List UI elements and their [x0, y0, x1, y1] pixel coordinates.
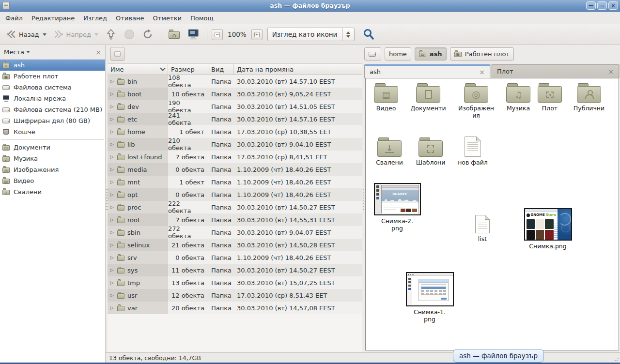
tab-close-icon[interactable]: ×: [479, 68, 485, 76]
sidebar-item-Локална мрежа[interactable]: Локална мрежа: [0, 93, 105, 104]
table-row-sys[interactable]: ▷sys11 обектаПапка30.03.2010 (вт) 14,50,…: [108, 264, 362, 276]
column-header-Име[interactable]: Име: [108, 64, 168, 75]
column-header-Дата на промяна[interactable]: Дата на промяна: [234, 64, 362, 75]
menu-Файл[interactable]: Файл: [1, 13, 27, 23]
expander-icon[interactable]: ▷: [110, 255, 115, 260]
file-name-cell[interactable]: ▷usr: [108, 289, 168, 302]
sidebar-item-Кошче[interactable]: Кошче: [0, 126, 105, 137]
table-row-tmp[interactable]: ▷tmp13 обектаПапка30.03.2010 (вт) 15,07,…: [108, 276, 362, 289]
stop-button[interactable]: [121, 27, 138, 42]
table-row-opt[interactable]: ▷opt0 обектаПапка1.10.2009 (чт) 18,40,26…: [108, 188, 362, 201]
icon-item-Публични[interactable]: Публични: [566, 83, 612, 112]
back-history-caret-icon[interactable]: [43, 33, 46, 36]
table-row-var[interactable]: ▷var20 обектаПапка30.03.2010 (вт) 14,57,…: [108, 302, 362, 314]
file-name-cell[interactable]: ▷root: [108, 213, 168, 226]
tab-close-icon[interactable]: ×: [608, 68, 614, 76]
sidebar-item-Свалени[interactable]: ↓Свалени: [0, 186, 105, 197]
home-button[interactable]: ⌂: [166, 28, 183, 41]
table-row-dev[interactable]: ▷dev190 обектаПапка30.03.2010 (вт) 14,51…: [108, 100, 362, 113]
reload-button[interactable]: [139, 27, 156, 42]
icon-item-Видео[interactable]: ▤Видео: [371, 83, 402, 112]
computer-button[interactable]: [184, 27, 202, 42]
file-name-cell[interactable]: ▷etc: [108, 113, 168, 125]
expander-icon[interactable]: ▷: [110, 305, 115, 310]
pathbar-button-Работен плот[interactable]: ▣Работен плот: [450, 47, 514, 61]
expander-icon[interactable]: ▷: [110, 117, 115, 121]
places-dropdown-icon[interactable]: [26, 51, 30, 53]
table-row-lost+found[interactable]: ▷lost+found? обектаПапка17.03.2010 (ср) …: [108, 151, 362, 163]
zoom-in-button[interactable]: +: [251, 29, 263, 40]
file-name-cell[interactable]: ▷lost+found: [108, 151, 168, 163]
menu-Отиване[interactable]: Отиване: [111, 13, 148, 23]
view-mode-spinner-icon[interactable]: [342, 28, 354, 41]
sidebar-item-Музика[interactable]: ♪Музика: [0, 153, 105, 164]
expander-icon[interactable]: ▷: [110, 79, 115, 84]
expander-icon[interactable]: ▷: [110, 192, 115, 197]
icon-item-Свалени[interactable]: ↓Свалени: [373, 137, 405, 166]
file-name-cell[interactable]: ▷bin: [108, 75, 168, 88]
expander-icon[interactable]: ▷: [110, 280, 115, 285]
icon-item-Снимка.png[interactable]: GNOMEStoreСнимка.png: [521, 208, 575, 250]
sidebar-item-Шифриран дял (80 GB)[interactable]: Шифриран дял (80 GB): [0, 115, 105, 126]
file-name-cell[interactable]: ▷selinux: [108, 239, 168, 251]
file-name-cell[interactable]: ▷mnt: [108, 176, 168, 188]
file-name-cell[interactable]: ▷tmp: [108, 276, 168, 289]
expander-icon[interactable]: ▷: [110, 293, 115, 298]
table-row-sbin[interactable]: ▷sbin272 обектаПапка30.03.2010 (вт) 9,04…: [108, 226, 362, 239]
tab-Плот[interactable]: Плот×: [492, 64, 619, 78]
forward-button[interactable]: Напред: [50, 27, 101, 42]
pathbar-button-home[interactable]: home: [385, 47, 411, 61]
file-name-cell[interactable]: ▷media: [108, 163, 168, 176]
icon-item-Музика[interactable]: ♫Музика: [502, 83, 534, 112]
expander-icon[interactable]: ▷: [110, 268, 115, 273]
expander-icon[interactable]: ▷: [110, 230, 115, 235]
menu-Отметки[interactable]: Отметки: [148, 13, 186, 23]
expander-icon[interactable]: ▷: [110, 104, 115, 109]
expander-icon[interactable]: ▷: [110, 142, 115, 147]
table-row-bin[interactable]: ▷bin108 обектаПапка30.03.2010 (вт) 14,57…: [108, 75, 362, 88]
menu-Изглед[interactable]: Изглед: [79, 13, 111, 23]
file-name-cell[interactable]: ▷opt: [108, 188, 168, 201]
maximize-button[interactable]: ▫: [597, 1, 607, 10]
file-name-cell[interactable]: ▷sys: [108, 264, 168, 276]
icon-item-Снимка-2.png[interactable]: GUADECСнимка-2. png: [372, 183, 422, 232]
table-row-root[interactable]: ▷root? обектаПапка30.03.2010 (вт) 14,55,…: [108, 213, 362, 226]
file-name-cell[interactable]: ▷srv: [108, 251, 168, 264]
icon-item-Изображения[interactable]: ◎Изображен ия: [454, 83, 498, 119]
icon-item-Снимка-1.png[interactable]: Снимка-1. png: [403, 272, 456, 323]
expander-icon[interactable]: ▷: [110, 243, 115, 247]
sidebar-item-Файлова система[interactable]: Файлова система: [0, 82, 105, 93]
expander-icon[interactable]: ▷: [110, 129, 115, 134]
table-row-proc[interactable]: ▷proc222 обектаПапка30.03.2010 (вт) 14,5…: [108, 201, 362, 213]
table-row-usr[interactable]: ▷usr12 обектаПапка17.03.2010 (ср) 8,51,4…: [108, 289, 362, 302]
resize-grip[interactable]: [614, 357, 619, 362]
menu-Редактиране[interactable]: Редактиране: [27, 13, 79, 23]
minimize-button[interactable]: —: [586, 1, 596, 10]
titlebar[interactable]: ash — файлов браузър — ▫ ×: [0, 0, 620, 12]
sidebar-item-Видео[interactable]: ▤Видео: [0, 175, 105, 186]
expander-icon[interactable]: ▷: [110, 180, 115, 184]
sidebar-close-icon[interactable]: ×: [95, 49, 101, 56]
table-row-boot[interactable]: ▷boot10 обектаПапка30.03.2010 (вт) 9,05,…: [108, 88, 362, 100]
file-name-cell[interactable]: ▷dev: [108, 100, 168, 113]
icon-item-Документи[interactable]: Документи: [404, 83, 452, 112]
back-button[interactable]: Назад: [3, 27, 49, 42]
column-header-Размер[interactable]: Размер: [168, 64, 208, 75]
places-header[interactable]: Места: [4, 48, 24, 56]
file-name-cell[interactable]: ▷boot: [108, 88, 168, 100]
table-row-mnt[interactable]: ▷mnt1 обектПапка1.10.2009 (чт) 18,40,26 …: [108, 176, 362, 188]
search-button[interactable]: [359, 26, 378, 43]
pathbar-button-root[interactable]: [364, 47, 381, 61]
pathbar-button-ash[interactable]: ⌂ash: [415, 47, 447, 61]
icon-item-Шаблони[interactable]: Шаблони: [413, 137, 448, 166]
table-row-etc[interactable]: ▷etc241 обектаПапка30.03.2010 (вт) 14,57…: [108, 113, 362, 125]
sidebar-item-Документи[interactable]: ▢Документи: [0, 142, 105, 153]
icon-item-нов файл[interactable]: нов файл: [455, 136, 491, 166]
tab-ash[interactable]: ash×: [364, 64, 490, 78]
file-name-cell[interactable]: ▷proc: [108, 201, 168, 213]
menu-Помощ[interactable]: Помощ: [186, 13, 218, 23]
expander-icon[interactable]: ▷: [110, 217, 115, 222]
expander-icon[interactable]: ▷: [110, 154, 115, 159]
icon-view[interactable]: ▤ВидеоДокументи◎Изображен ия♫МузикаПлотП…: [365, 78, 619, 350]
file-name-cell[interactable]: ▷sbin: [108, 226, 168, 239]
